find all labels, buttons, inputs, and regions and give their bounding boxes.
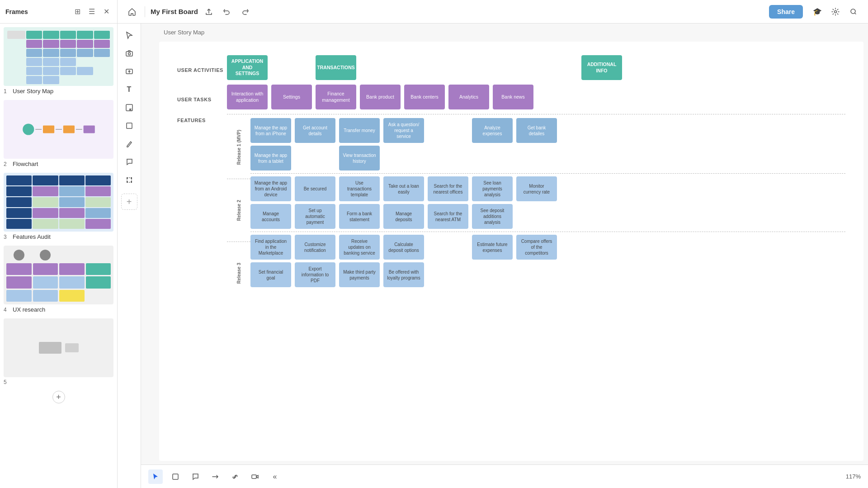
settings-icon[interactable] bbox=[828, 5, 843, 19]
board-name: My First Board bbox=[151, 8, 198, 15]
feature-export-pdf[interactable]: Export information to PDF bbox=[295, 262, 335, 287]
feature-iphone[interactable]: Manage the app from an iPhone bbox=[250, 118, 291, 143]
story-map-table: USER ACTIVITIES APPLICATION AND SETTINGS… bbox=[177, 55, 845, 303]
more-tools[interactable]: « bbox=[268, 469, 282, 484]
bottom-toolbar: « 117% bbox=[141, 464, 868, 488]
activities-cells: APPLICATION AND SETTINGS TRANSACTIONS AD… bbox=[227, 55, 845, 85]
feature-deposit-calc[interactable]: Calculate deposit options bbox=[383, 235, 424, 260]
feature-nearest-offices[interactable]: Search for the nearest offices bbox=[428, 176, 468, 201]
arrow-tool-bottom[interactable] bbox=[208, 469, 222, 484]
home-button[interactable] bbox=[125, 5, 139, 19]
frame-item-1[interactable]: 1 User Story Map bbox=[4, 27, 113, 95]
feature-banking-updates[interactable]: Receive updates on banking service bbox=[339, 235, 380, 260]
feature-nearest-atm[interactable]: Search for the nearest ATM bbox=[428, 204, 468, 229]
link-tool-bottom[interactable] bbox=[228, 469, 242, 484]
task-card-bankproduct[interactable]: Bank product bbox=[360, 85, 401, 109]
feature-bank-statement[interactable]: Form a bank statement bbox=[339, 204, 380, 229]
task-card-interaction[interactable]: Interaction with application bbox=[227, 85, 268, 109]
video-tool-bottom[interactable] bbox=[248, 469, 262, 484]
features-cells: Release 1 (MVP) Release 2 bbox=[227, 114, 845, 303]
zoom-level: 117% bbox=[846, 473, 861, 480]
frame-item-3[interactable]: 3 Features Audit bbox=[4, 173, 113, 240]
feature-customize-notif[interactable]: Customize notification bbox=[295, 235, 335, 260]
pen-tool[interactable] bbox=[121, 136, 137, 152]
feature-third-party[interactable]: Make third party payments bbox=[339, 262, 380, 287]
feature-marketplace[interactable]: Find application in the Marketplace bbox=[250, 235, 291, 260]
sticky-note-tool[interactable] bbox=[121, 99, 137, 116]
feature-secured[interactable]: Be secured bbox=[295, 176, 335, 201]
release2-label: Release 2 bbox=[236, 200, 241, 221]
share-button[interactable]: Share bbox=[769, 5, 803, 19]
frame-item-2[interactable]: 2 Flowchart bbox=[4, 100, 113, 167]
feature-view-transactions[interactable]: View transaction history bbox=[339, 146, 380, 171]
feature-ask-question[interactable]: Ask a question/ request a service bbox=[383, 118, 424, 143]
task-card-banknews[interactable]: Bank news bbox=[493, 85, 533, 109]
feature-financial-goal[interactable]: Set financial goal bbox=[250, 262, 291, 287]
hat-icon[interactable]: 🎓 bbox=[810, 5, 825, 19]
undo-button[interactable] bbox=[220, 5, 234, 19]
activity-card-additional[interactable]: ADDITIONAL INFO bbox=[581, 55, 622, 80]
frame-thumb-1 bbox=[4, 27, 113, 86]
tasks-label: USER TASKS bbox=[177, 85, 227, 114]
comment-tool[interactable] bbox=[121, 154, 137, 170]
task-card-analytics[interactable]: Analytics bbox=[448, 85, 489, 109]
frame-item-5[interactable]: 5 bbox=[4, 318, 113, 385]
feature-deposits[interactable]: Manage deposits bbox=[383, 204, 424, 229]
menu-icon[interactable]: ☰ bbox=[86, 6, 97, 17]
search-icon[interactable] bbox=[846, 5, 861, 19]
frame-name-1: User Story Map bbox=[13, 88, 53, 95]
top-toolbar: My First Board Share 🎓 bbox=[118, 0, 868, 24]
feature-deposit-analysis[interactable]: See deposit additions analysis bbox=[472, 204, 513, 229]
camera-tool[interactable] bbox=[121, 45, 137, 62]
svg-rect-9 bbox=[131, 177, 132, 179]
feature-loan-analysis[interactable]: See loan payments analysis bbox=[472, 176, 513, 201]
feature-currency-rate[interactable]: Monitor currency rate bbox=[516, 176, 557, 201]
canvas-area[interactable]: User Story Map USER ACTIVITIES APPLICATI… bbox=[141, 24, 868, 488]
add-tool[interactable]: + bbox=[121, 194, 137, 210]
text-tool[interactable]: T bbox=[121, 81, 137, 98]
redo-button[interactable] bbox=[238, 5, 252, 19]
svg-rect-13 bbox=[252, 475, 256, 479]
toolbar-right-icons: 🎓 bbox=[810, 5, 861, 19]
svg-rect-5 bbox=[126, 104, 132, 111]
features-cards-area: Manage the app from an iPhone Get accoun… bbox=[250, 118, 845, 303]
image-upload-tool[interactable] bbox=[121, 63, 137, 80]
activity-card-transactions[interactable]: TRANSACTIONS bbox=[316, 55, 356, 80]
task-card-bankcenters[interactable]: Bank centers bbox=[404, 85, 445, 109]
feature-loan[interactable]: Take out a loan easily bbox=[383, 176, 424, 201]
tasks-cells: Interaction with application Settings Fi… bbox=[227, 85, 845, 114]
feature-account-details[interactable]: Get account details bbox=[295, 118, 335, 143]
task-card-settings[interactable]: Settings bbox=[271, 85, 312, 109]
frame-item-4[interactable]: 4 UX research bbox=[4, 246, 113, 313]
feature-manage-accounts[interactable]: Manage accounts bbox=[250, 204, 291, 229]
release1-features: Manage the app from an iPhone Get accoun… bbox=[250, 118, 845, 171]
transform-tool[interactable] bbox=[121, 172, 137, 188]
comment-tool-bottom[interactable] bbox=[188, 469, 203, 484]
rectangle-tool[interactable] bbox=[121, 118, 137, 134]
add-frame-button[interactable]: + bbox=[52, 391, 65, 403]
feature-tablet[interactable]: Manage the app from a tablet bbox=[250, 146, 291, 171]
upload-icon[interactable] bbox=[202, 5, 216, 19]
grid-view-icon[interactable]: ⊞ bbox=[72, 6, 83, 17]
feature-compare-offers[interactable]: Compare offers of the competitors bbox=[516, 235, 557, 260]
close-panel-icon[interactable]: ✕ bbox=[101, 6, 112, 17]
release1-label: Release 1 (MVP) bbox=[236, 130, 241, 165]
task-card-finance[interactable]: Finance management bbox=[316, 85, 356, 109]
frame-number-5: 5 bbox=[4, 379, 10, 385]
cursor-tool[interactable] bbox=[121, 27, 137, 43]
release1-row1: Manage the app from an iPhone Get accoun… bbox=[250, 118, 845, 143]
feature-auto-payment[interactable]: Set up automatic payment bbox=[295, 204, 335, 229]
feature-transfer[interactable]: Transfer money bbox=[339, 118, 380, 143]
feature-bank-details[interactable]: Get bank detailes bbox=[516, 118, 557, 143]
feature-transaction-template[interactable]: Use transactions template bbox=[339, 176, 380, 201]
feature-analyze[interactable]: Analyze expenses bbox=[472, 118, 513, 143]
activity-card-app[interactable]: APPLICATION AND SETTINGS bbox=[227, 55, 268, 80]
sticky-tool-bottom[interactable] bbox=[168, 469, 183, 484]
select-tool-bottom[interactable] bbox=[148, 469, 163, 484]
svg-point-0 bbox=[835, 10, 837, 13]
frame-number-4: 4 bbox=[4, 307, 10, 313]
feature-loyalty[interactable]: Be offered with loyalty programs bbox=[383, 262, 424, 287]
feature-android[interactable]: Manage the app from an Android device bbox=[250, 176, 291, 201]
frame-thumb-3 bbox=[4, 173, 113, 232]
feature-future-expenses[interactable]: Estimate future expenses bbox=[472, 235, 513, 260]
